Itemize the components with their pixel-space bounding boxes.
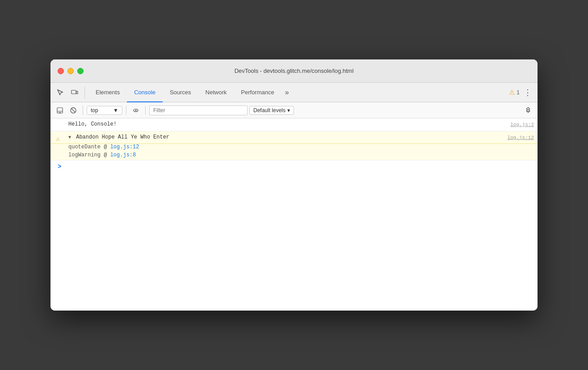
tab-elements[interactable]: Elements [88,83,127,102]
toolbar-divider2 [126,106,126,115]
context-selector[interactable]: top ▼ [87,106,122,115]
warning-icon: ⚠ [509,88,515,97]
console-prompt: > [58,163,61,170]
minimize-button[interactable] [67,68,74,74]
more-tabs-button[interactable]: » [281,88,293,97]
svg-rect-0 [71,90,76,94]
live-expressions-icon[interactable] [130,105,142,116]
tab-sources[interactable]: Sources [163,83,198,102]
console-content: Hello, Console! log.js:2 ⚠ ▼ Abandon Hop… [50,118,538,311]
toolbar-divider [83,106,83,115]
window-title: DevTools - devtools.glitch.me/console/lo… [235,67,354,74]
console-settings-icon[interactable] [522,105,534,116]
device-toggle-icon[interactable] [68,86,81,99]
tab-console[interactable]: Console [127,83,163,102]
console-toolbar: top ▼ Default levels ▾ [50,102,538,118]
svg-point-6 [135,109,137,111]
log-text-warning: ▼ Abandon Hope All Ye Who Enter [68,133,504,142]
warning-triangle-icon: ⚠ [56,134,59,144]
warning-count-button[interactable]: ⚠ 1 [509,88,520,97]
toolbar-divider3 [145,106,146,115]
filter-input[interactable] [149,105,248,115]
inspector-icon[interactable] [54,86,67,99]
titlebar: DevTools - devtools.glitch.me/console/lo… [50,59,538,83]
stack-link-2[interactable]: log.js:8 [110,152,136,158]
tab-end-icons: ⚠ 1 ⋮ [507,86,534,99]
devtools-window: DevTools - devtools.glitch.me/console/lo… [50,59,538,311]
tab-icon-group [54,86,85,99]
log-levels-button[interactable]: Default levels ▾ [249,106,294,115]
devtools-menu-icon[interactable]: ⋮ [521,86,534,99]
stack-line-1: quoteDante @ log.js:12 [50,144,538,152]
stack-link-1[interactable]: log.js:12 [110,144,139,150]
svg-rect-2 [57,108,63,113]
traffic-lights [58,68,84,74]
log-entry-warning: ⚠ ▼ Abandon Hope All Ye Who Enter log.js… [50,131,538,144]
console-input-row: > [50,160,538,173]
log-text-hello: Hello, Console! [68,120,507,129]
maximize-button[interactable] [77,68,84,74]
log-source-hello[interactable]: log.js:2 [510,120,534,129]
stack-line-2: logWarning @ log.js:8 [50,152,538,160]
expand-icon[interactable]: ▼ [68,135,71,140]
close-button[interactable] [58,68,64,74]
tab-network[interactable]: Network [198,83,234,102]
log-source-warning[interactable]: log.js:12 [508,133,534,142]
log-entry-info: Hello, Console! log.js:2 [50,118,538,131]
svg-line-4 [71,109,75,112]
console-input-field[interactable] [65,164,534,170]
tabs-bar: Elements Console Sources Network Perform… [50,83,538,102]
show-drawer-icon[interactable] [54,105,66,116]
clear-console-icon[interactable] [67,105,79,116]
svg-rect-1 [76,91,78,94]
tab-performance[interactable]: Performance [234,83,281,102]
